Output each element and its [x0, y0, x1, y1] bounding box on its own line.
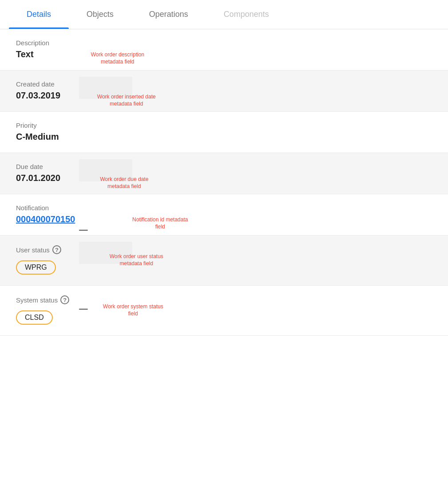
- due-date-value: 07.01.2020: [16, 173, 432, 183]
- tab-details-label: Details: [27, 10, 51, 19]
- priority-value: C-Medium: [16, 132, 432, 142]
- system-status-badge: CLSD: [16, 310, 53, 325]
- description-section: Description Text Work order description …: [0, 29, 448, 71]
- tab-objects[interactable]: Objects: [69, 0, 131, 29]
- system-status-label: System status ?: [16, 295, 432, 304]
- created-date-section: Created date 07.03.2019 Work order inser…: [0, 71, 448, 112]
- description-value: Text: [16, 49, 432, 59]
- created-date-label: Created date: [16, 80, 432, 88]
- tab-objects-label: Objects: [86, 10, 114, 19]
- system-status-section: System status ? CLSD Work order system s…: [0, 286, 448, 336]
- due-date-label: Due date: [16, 163, 432, 170]
- tab-bar: Details Objects Operations Components: [0, 0, 448, 29]
- user-status-label: User status ?: [16, 245, 432, 254]
- priority-section: Priority C-Medium: [0, 112, 448, 153]
- system-status-badge-wrapper: CLSD: [16, 307, 432, 325]
- tab-operations[interactable]: Operations: [131, 0, 206, 29]
- tab-components[interactable]: Components: [206, 0, 287, 29]
- tab-operations-label: Operations: [149, 10, 188, 19]
- description-label: Description: [16, 39, 432, 47]
- tab-components-label: Components: [224, 10, 269, 19]
- notification-section: Notification 000400070150 Notification i…: [0, 194, 448, 236]
- user-status-badge-wrapper: WPRG: [16, 257, 432, 275]
- user-status-help-icon[interactable]: ?: [52, 245, 61, 254]
- notification-label: Notification: [16, 204, 432, 212]
- tab-details[interactable]: Details: [9, 0, 69, 29]
- due-date-section: Due date 07.01.2020 Work order due date …: [0, 153, 448, 194]
- system-status-help-icon[interactable]: ?: [60, 295, 69, 304]
- user-status-section: User status ? WPRG Work order user statu…: [0, 236, 448, 286]
- notification-value[interactable]: 000400070150: [16, 214, 432, 224]
- user-status-badge: WPRG: [16, 260, 56, 275]
- priority-label: Priority: [16, 122, 432, 129]
- created-date-value: 07.03.2019: [16, 90, 432, 101]
